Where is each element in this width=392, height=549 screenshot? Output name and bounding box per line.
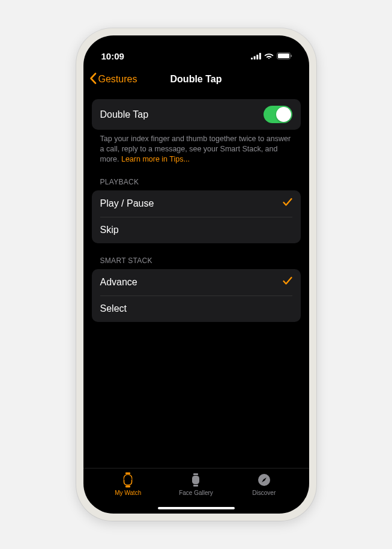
playback-header: PLAYBACK [92,165,301,190]
tab-discover[interactable]: Discover [230,472,298,514]
checkmark-icon [283,198,292,209]
option-label: Select [100,303,127,314]
svg-rect-3 [259,53,261,59]
svg-rect-2 [256,55,258,59]
status-right [251,52,292,59]
double-tap-label: Double Tap [100,109,149,120]
home-indicator[interactable] [158,507,235,510]
watch-icon [122,472,134,488]
tab-my-watch[interactable]: My Watch [94,472,162,514]
chevron-left-icon [89,73,97,86]
smart-stack-option-select[interactable]: Select [100,296,292,322]
smart-stack-option-advance[interactable]: Advance [92,269,301,296]
learn-more-link[interactable]: Learn more in Tips... [121,155,190,163]
face-gallery-icon [190,472,201,488]
main-toggle-group: Double Tap [92,99,301,130]
compass-icon [258,472,271,488]
svg-rect-0 [251,58,253,59]
svg-rect-11 [193,485,198,487]
content-area: Double Tap Tap your index finger and thu… [83,92,309,468]
option-label: Play / Pause [100,198,154,209]
phone-screen: 10:09 Gestures Double Tap [83,35,309,514]
tab-label: My Watch [115,490,141,496]
option-label: Advance [100,277,137,288]
playback-option-skip[interactable]: Skip [100,217,292,243]
svg-rect-1 [253,56,255,59]
nav-title: Double Tap [170,74,222,85]
status-time: 10:09 [101,51,124,61]
svg-rect-7 [125,473,130,475]
back-label: Gestures [98,74,137,85]
svg-rect-6 [291,55,292,57]
svg-rect-8 [125,486,130,488]
playback-option-play-pause[interactable]: Play / Pause [92,190,301,217]
smart-stack-group: Advance Select [92,269,301,322]
double-tap-switch[interactable] [264,106,292,123]
playback-group: Play / Pause Skip [92,190,301,243]
toggle-knob [276,107,291,122]
svg-rect-10 [193,473,198,475]
tab-label: Discover [252,490,276,496]
cellular-signal-icon [251,53,261,59]
wifi-icon [264,53,274,59]
phone-frame: 10:09 Gestures Double Tap [76,28,316,521]
option-label: Skip [100,225,119,235]
dynamic-island [163,43,230,62]
double-tap-description: Tap your index finger and thumb together… [92,130,301,165]
nav-bar: Gestures Double Tap [83,67,309,92]
svg-rect-5 [278,53,289,58]
back-button[interactable]: Gestures [89,73,137,86]
double-tap-toggle-row[interactable]: Double Tap [92,99,301,130]
svg-rect-12 [192,476,199,484]
battery-icon [277,52,292,59]
checkmark-icon [283,276,292,288]
smart-stack-header: SMART STACK [92,243,301,269]
tab-label: Face Gallery [179,490,213,496]
